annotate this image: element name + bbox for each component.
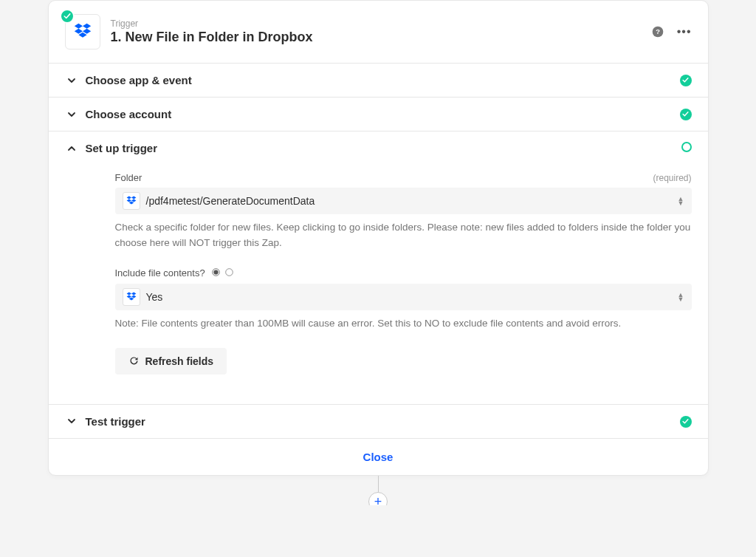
refresh-fields-button[interactable]: Refresh fields xyxy=(115,348,227,375)
refresh-icon xyxy=(128,355,140,366)
field-label: Folder xyxy=(115,172,142,183)
required-tag: (required) xyxy=(653,173,691,183)
step-title: 1. New File in Folder in Dropbox xyxy=(111,30,313,45)
step-footer: Close xyxy=(49,439,708,475)
section-title: Set up trigger xyxy=(86,142,158,154)
folder-select[interactable]: /pdf4metest/GenerateDocumentData ▲▼ xyxy=(115,188,692,214)
help-icon[interactable]: ? xyxy=(652,26,664,38)
add-step-button[interactable]: + xyxy=(368,492,388,505)
section-status xyxy=(680,74,692,86)
radio-option-a[interactable] xyxy=(212,268,219,276)
app-icon-container xyxy=(65,14,100,49)
more-menu-icon[interactable]: ••• xyxy=(677,25,692,38)
step-connector: + xyxy=(48,476,709,505)
chevron-up-icon xyxy=(65,144,78,153)
field-type-radios xyxy=(210,267,235,279)
step-type-label: Trigger xyxy=(111,18,313,30)
trigger-step-card: Trigger 1. New File in Folder in Dropbox… xyxy=(48,0,709,476)
connector-line xyxy=(378,476,379,492)
incomplete-dot-icon xyxy=(681,142,692,152)
setup-trigger-body: Folder (required) /pdf4metest/GenerateDo… xyxy=(49,165,708,405)
step-header-text: Trigger 1. New File in Folder in Dropbox xyxy=(111,18,313,46)
field-include-contents: Include file contents? Yes ▲▼ Note: Fi xyxy=(115,267,692,332)
section-status xyxy=(681,142,692,154)
field-label: Include file contents? xyxy=(115,267,205,278)
check-icon xyxy=(682,418,689,425)
radio-option-b[interactable] xyxy=(226,268,233,276)
chevron-down-icon xyxy=(65,110,78,119)
chevron-down-icon xyxy=(65,417,78,426)
include-contents-value: Yes xyxy=(146,291,163,303)
section-setup-trigger[interactable]: Set up trigger xyxy=(49,131,708,165)
step-header: Trigger 1. New File in Folder in Dropbox… xyxy=(49,1,708,64)
plus-icon: + xyxy=(374,495,382,505)
section-choose-app-event[interactable]: Choose app & event xyxy=(49,64,708,98)
check-icon xyxy=(682,111,689,117)
section-title: Test trigger xyxy=(86,415,145,428)
svg-text:?: ? xyxy=(656,28,660,35)
dropbox-icon xyxy=(72,21,93,42)
dropbox-icon xyxy=(123,192,140,210)
section-title: Choose account xyxy=(86,108,172,120)
include-contents-select[interactable]: Yes ▲▼ xyxy=(115,284,692,310)
status-badge-complete xyxy=(60,9,75,24)
check-icon xyxy=(682,77,689,83)
sort-arrows-icon: ▲▼ xyxy=(678,197,684,205)
field-help-text: Check a specific folder for new files. K… xyxy=(115,220,692,251)
section-test-trigger[interactable]: Test trigger xyxy=(49,405,708,439)
header-actions: ? ••• xyxy=(652,25,692,38)
section-status xyxy=(680,108,692,120)
chevron-down-icon xyxy=(65,76,78,85)
field-folder: Folder (required) /pdf4metest/GenerateDo… xyxy=(115,172,692,251)
section-status xyxy=(680,415,692,428)
section-title: Choose app & event xyxy=(86,74,192,86)
check-icon xyxy=(63,13,71,20)
folder-select-value: /pdf4metest/GenerateDocumentData xyxy=(146,195,315,207)
section-choose-account[interactable]: Choose account xyxy=(49,98,708,131)
field-help-text: Note: File contents greater than 100MB w… xyxy=(115,316,692,332)
refresh-button-label: Refresh fields xyxy=(145,355,214,367)
close-button[interactable]: Close xyxy=(363,451,394,463)
dropbox-icon xyxy=(123,288,140,306)
sort-arrows-icon: ▲▼ xyxy=(678,293,684,301)
